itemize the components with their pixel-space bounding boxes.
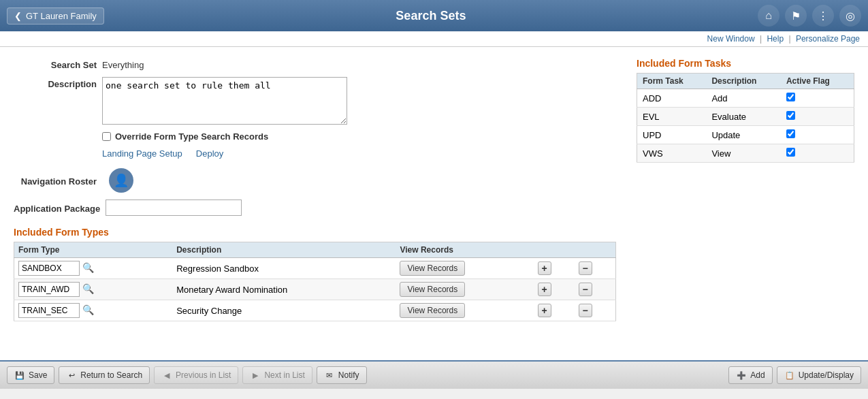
active-flag-checkbox[interactable] — [786, 111, 795, 120]
task-code: UPD — [637, 126, 707, 144]
next-label: Next in List — [264, 370, 304, 380]
task-col-description: Description — [706, 74, 781, 89]
col-view-records: View Records — [396, 242, 533, 258]
update-display-label: Update/Display — [799, 370, 854, 380]
footer: 💾 Save ↩ Return to Search ◀ Previous in … — [0, 360, 868, 389]
task-description: Add — [706, 89, 781, 108]
notify-button[interactable]: ✉ Notify — [317, 366, 367, 384]
included-form-tasks-title: Included Form Tasks — [637, 58, 854, 69]
search-icon[interactable]: 🔍 — [82, 261, 95, 274]
form-type-input[interactable] — [18, 303, 80, 318]
form-type-description: Monetary Award Nomination — [172, 279, 396, 300]
active-flag-checkbox[interactable] — [786, 148, 795, 157]
task-col-active-flag: Active Flag — [781, 74, 854, 89]
description-row: Description one search set to rule them … — [14, 77, 616, 125]
nav-roster-label: Navigation Roster — [14, 174, 102, 187]
search-set-label: Search Set — [14, 58, 102, 70]
update-icon: 📋 — [784, 370, 795, 381]
home-icon[interactable]: ⌂ — [758, 5, 779, 27]
add-row-button[interactable]: + — [538, 304, 551, 317]
included-form-types-title: Included Form Types — [14, 227, 616, 238]
table-row: UPD Update — [637, 126, 854, 144]
back-button[interactable]: ❮ GT Lauren Family — [7, 7, 104, 25]
compass-icon[interactable]: ◎ — [839, 5, 861, 27]
next-icon: ▶ — [250, 370, 261, 381]
flag-icon[interactable]: ⚑ — [785, 5, 807, 27]
description-textarea[interactable]: one search set to rule them all — [102, 77, 347, 125]
new-window-link[interactable]: New Window — [707, 34, 755, 44]
search-set-row: Search Set Everything — [14, 58, 616, 70]
header: ❮ GT Lauren Family Search Sets ⌂ ⚑ ⋮ ◎ — [0, 0, 868, 31]
return-label: Return to Search — [80, 370, 142, 380]
next-in-list-button[interactable]: ▶ Next in List — [242, 366, 312, 384]
back-arrow-icon: ❮ — [14, 11, 22, 21]
previous-in-list-button[interactable]: ◀ Previous in List — [154, 366, 238, 384]
add-row-button[interactable]: + — [538, 283, 551, 296]
override-checkbox-row: Override Form Type Search Records — [102, 131, 616, 142]
help-link[interactable]: Help — [767, 34, 784, 44]
search-set-value: Everything — [102, 58, 144, 70]
form-type-input[interactable] — [18, 261, 80, 276]
task-code: EVL — [637, 108, 707, 126]
col-add — [534, 242, 575, 258]
add-row-button[interactable]: + — [538, 261, 551, 275]
description-label: Description — [14, 77, 102, 89]
view-records-button[interactable]: View Records — [400, 282, 465, 297]
main-content: Search Set Everything Description one se… — [0, 47, 868, 360]
override-checkbox[interactable] — [102, 132, 111, 141]
app-package-input[interactable] — [106, 200, 242, 216]
left-panel: Search Set Everything Description one se… — [14, 58, 616, 349]
app-package-label: Application Package — [14, 202, 106, 214]
links-row: Landing Page Setup Deploy — [102, 148, 616, 159]
task-code: ADD — [637, 89, 707, 108]
back-label: GT Lauren Family — [26, 11, 97, 21]
table-row: VWS View — [637, 144, 854, 163]
form-type-description: Security Change — [172, 300, 396, 321]
top-links-bar: New Window | Help | Personalize Page — [0, 31, 868, 47]
right-panel: Included Form Tasks Form Task Descriptio… — [637, 58, 854, 349]
header-icons: ⌂ ⚑ ⋮ ◎ — [758, 5, 861, 27]
deploy-link[interactable]: Deploy — [196, 148, 223, 159]
table-row: 🔍 Monetary Award Nomination View Records… — [14, 279, 616, 300]
previous-icon: ◀ — [161, 370, 172, 381]
save-label: Save — [29, 370, 47, 380]
search-icon[interactable]: 🔍 — [82, 283, 95, 295]
table-row: 🔍 Regression Sandbox View Records + − — [14, 258, 616, 279]
update-display-button[interactable]: 📋 Update/Display — [777, 366, 861, 384]
remove-row-button[interactable]: − — [579, 304, 592, 317]
add-button[interactable]: ➕ Add — [728, 366, 772, 384]
task-description: Evaluate — [706, 108, 781, 126]
active-flag-checkbox[interactable] — [786, 129, 795, 138]
add-icon: ➕ — [736, 370, 747, 381]
nav-roster-icon[interactable]: 👤 — [109, 168, 133, 193]
view-records-button[interactable]: View Records — [400, 303, 465, 318]
previous-label: Previous in List — [176, 370, 231, 380]
view-records-button[interactable]: View Records — [400, 261, 465, 276]
form-tasks-table: Form Task Description Active Flag ADD Ad… — [637, 73, 854, 163]
task-description: View — [706, 144, 781, 163]
active-flag-checkbox[interactable] — [786, 93, 795, 101]
table-row: EVL Evaluate — [637, 108, 854, 126]
search-icon[interactable]: 🔍 — [82, 304, 95, 316]
landing-page-setup-link[interactable]: Landing Page Setup — [102, 148, 182, 159]
nav-roster-row: Navigation Roster 👤 — [14, 168, 616, 193]
task-code: VWS — [637, 144, 707, 163]
remove-row-button[interactable]: − — [579, 283, 592, 296]
notify-label: Notify — [338, 370, 359, 380]
override-label: Override Form Type Search Records — [115, 131, 268, 142]
task-description: Update — [706, 126, 781, 144]
task-col-form-task: Form Task — [637, 74, 707, 89]
save-button[interactable]: 💾 Save — [7, 366, 54, 384]
app-package-row: Application Package — [14, 200, 616, 216]
form-type-input[interactable] — [18, 282, 80, 297]
form-type-description: Regression Sandbox — [172, 258, 396, 279]
more-icon[interactable]: ⋮ — [812, 5, 834, 27]
col-description: Description — [172, 242, 396, 258]
save-icon: 💾 — [14, 370, 25, 381]
return-to-search-button[interactable]: ↩ Return to Search — [59, 366, 150, 384]
form-types-table: Form Type Description View Records 🔍 Reg… — [14, 242, 616, 321]
personalize-link[interactable]: Personalize Page — [796, 34, 860, 44]
remove-row-button[interactable]: − — [579, 261, 592, 275]
col-remove — [575, 242, 616, 258]
add-label: Add — [750, 370, 765, 380]
